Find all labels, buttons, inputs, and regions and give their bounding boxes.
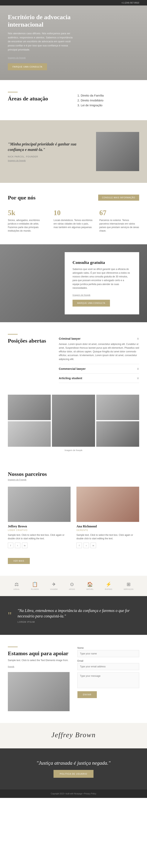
stat-2: 10 Locais domésticos. Temos escritórios … <box>54 209 93 232</box>
quote-text: "Minha principal prioridade é ganhar sua… <box>8 141 88 152</box>
icon-bar-fast[interactable]: ⚡ RÁPIDO <box>105 582 112 590</box>
consultation-button[interactable]: MARQUE UMA CONSULTA <box>72 300 110 307</box>
dark-quote-content: "Na Libra, entendemos a importância da c… <box>18 608 139 623</box>
phone-number: +1 (234) 567-8910 <box>121 2 139 4</box>
position-articling-student-header[interactable]: Articling student ∨ <box>59 376 139 380</box>
icon-bar-travel[interactable]: ✈ VIAGEM <box>50 582 58 590</box>
partner-ana-description: Sample text. Click to select the text bo… <box>77 533 139 540</box>
partner-ana-avatar <box>77 487 139 522</box>
consultation-card: Consulta gratuita Sabemos que você se di… <box>65 252 139 314</box>
icon-bar-legal[interactable]: ⚖ LEGAL <box>13 582 20 590</box>
signature-section: Jeffrey Brown <box>0 723 147 748</box>
gallery-item-1 <box>8 395 51 420</box>
stat-3: 67 Parceiros no exterior. Temos parceiro… <box>99 209 139 232</box>
position-criminal-lawyer-title: Criminal lawyer <box>59 337 81 340</box>
jeffrey-twitter-icon[interactable]: t <box>15 542 20 548</box>
positions-left: Posições abertas <box>8 334 51 383</box>
gallery-section: Imagem de freepik <box>0 395 147 463</box>
position-criminal-lawyer-arrow: ∧ <box>137 337 139 340</box>
partner-jeffrey-role: LÍDER CRIATIVO <box>8 529 70 531</box>
support-image-link: freepik <box>8 665 14 668</box>
hero-section: Escritório de advocacia internacional Nó… <box>0 5 147 80</box>
jeffrey-linkedin-icon[interactable]: in <box>22 542 27 548</box>
support-icon: ⊙ <box>70 582 74 587</box>
support-person-image <box>8 672 69 711</box>
position-articling-student-title: Articling student <box>59 376 82 380</box>
positions-divider <box>8 334 18 335</box>
partner-ana-name: Ana Richmond <box>77 525 139 528</box>
position-articling-student-arrow: ∨ <box>137 376 139 380</box>
ana-linkedin-icon[interactable]: in <box>91 542 96 548</box>
partner-jeffrey-name: Jeffrey Brown <box>8 525 70 528</box>
why-section: Por que nós CONSULE MAIS INFORMAÇÃO 5k S… <box>0 183 147 244</box>
email-input[interactable] <box>78 663 139 670</box>
hero-description: Nós atendemos caso difíceis. Nós esforça… <box>8 32 75 52</box>
support-left: Estamos aqui para apoiar Sample text. Cl… <box>8 647 69 711</box>
quote-author: NICK PARCOL, FOUNDER <box>8 155 88 158</box>
hero-image-credit: Imagem de freepik <box>8 57 26 59</box>
icon-bar-plans[interactable]: 📋 PLANOS <box>31 582 39 590</box>
icon-bar-services[interactable]: ⊞ SERVIÇOS <box>124 582 134 590</box>
position-criminal-lawyer-header[interactable]: Criminal lawyer ∧ <box>59 337 139 340</box>
gallery-item-4 <box>8 421 51 447</box>
quote-image-credit: Imagem de freepik <box>8 159 88 162</box>
email-field-group: Email <box>78 659 139 670</box>
stat-2-description: Locais domésticos. Temos escritórios em … <box>54 218 93 229</box>
area-item-3: 3. Lei de Imigração <box>78 103 139 107</box>
position-criminal-lawyer-content: Aenean. Lorem ipsum dolor sit amet, cons… <box>59 342 139 361</box>
jeffrey-facebook-icon[interactable]: f <box>8 542 13 548</box>
areas-title: Áreas de atuação <box>8 96 69 102</box>
partners-image-credit: Imagem de Freepik <box>8 478 139 481</box>
quote-content: "Minha principal prioridade é ganhar sua… <box>8 141 88 162</box>
property-icon: 🏠 <box>87 582 93 587</box>
support-label: APOIO <box>69 588 75 590</box>
gallery-item-2 <box>52 395 95 447</box>
quote-image <box>96 132 139 171</box>
partners-section: Nossos parceiros Imagem de Freepik Jeffr… <box>0 463 147 576</box>
footer-text: Copyright 2023 • built with Nicepage • P… <box>51 793 96 795</box>
partner-ana: Ana Richmond GERENTE Sample text. Click … <box>77 487 139 548</box>
partner-ana-socials: f t in <box>77 542 139 548</box>
stat-1: 5k Sócios, advogados, escritórios jurídi… <box>8 209 48 232</box>
position-commercial-lawyer-header[interactable]: Commercial lawyer ∨ <box>59 367 139 371</box>
services-label: SERVIÇOS <box>124 588 134 590</box>
support-title: Estamos aqui para apoiar <box>8 650 69 657</box>
areas-right: 1. Direito da Família 2. Direito Imobili… <box>78 92 139 108</box>
quote-mark-icon: " <box>8 610 12 621</box>
area-item-1: 1. Direito da Família <box>78 94 139 97</box>
name-field-group: Nome <box>78 647 139 657</box>
message-textarea[interactable] <box>78 673 139 688</box>
icon-bar-support[interactable]: ⊙ APOIO <box>69 582 75 590</box>
partner-jeffrey-socials: f t in <box>8 542 70 548</box>
position-commercial-lawyer-title: Commercial lawyer <box>59 367 86 370</box>
partners-title: Nossos parceiros <box>8 471 139 477</box>
why-cta-button[interactable]: CONSULE MAIS INFORMAÇÃO <box>98 194 139 200</box>
final-quote-button[interactable]: Politica de Usuário <box>54 770 93 778</box>
message-field-group <box>78 673 139 689</box>
plans-label: PLANOS <box>31 588 39 590</box>
support-description: Sample text. Click to select the Text El… <box>8 658 69 662</box>
travel-label: VIAGEM <box>50 588 58 590</box>
travel-icon: ✈ <box>52 582 56 587</box>
icon-bar: ⚖ LEGAL 📋 PLANOS ✈ VIAGEM ⊙ APOIO 🏠 IMÓV… <box>0 576 147 596</box>
position-commercial-lawyer-arrow: ∨ <box>137 367 139 371</box>
quote-section: "Minha principal prioridade é ganhar sua… <box>0 120 147 183</box>
positions-list: Criminal lawyer ∧ Aenean. Lorem ipsum do… <box>59 334 139 383</box>
ana-twitter-icon[interactable]: t <box>84 542 89 548</box>
consultation-image-credit: Imagem de freepik <box>72 294 90 296</box>
name-input[interactable] <box>78 650 139 657</box>
partners-grid: Jeffrey Brown LÍDER CRIATIVO Sample text… <box>8 487 139 548</box>
stat-2-number: 10 <box>54 209 93 217</box>
ana-facebook-icon[interactable]: f <box>77 542 82 548</box>
form-submit-button[interactable]: ENVIAR <box>78 691 97 698</box>
positions-section: Posições abertas Criminal lawyer ∧ Aenea… <box>0 322 147 395</box>
dark-quote-section: " "Na Libra, entendemos a importância da… <box>0 596 147 635</box>
partners-more-button[interactable]: VER MAIS <box>8 558 30 564</box>
icon-bar-property[interactable]: 🏠 IMÓVEL <box>86 582 93 590</box>
why-stats: 5k Sócios, advogados, escritórios jurídi… <box>8 209 139 232</box>
hero-cta-button[interactable]: FARQUE UMA CONSULTA <box>8 63 47 70</box>
area-item-2: 2. Direito Imobiliário <box>78 99 139 102</box>
consultation-description: Sabemos que você se difícil garantir que… <box>72 268 131 290</box>
position-criminal-lawyer: Criminal lawyer ∧ Aenean. Lorem ipsum do… <box>59 334 139 364</box>
services-icon: ⊞ <box>127 582 130 587</box>
